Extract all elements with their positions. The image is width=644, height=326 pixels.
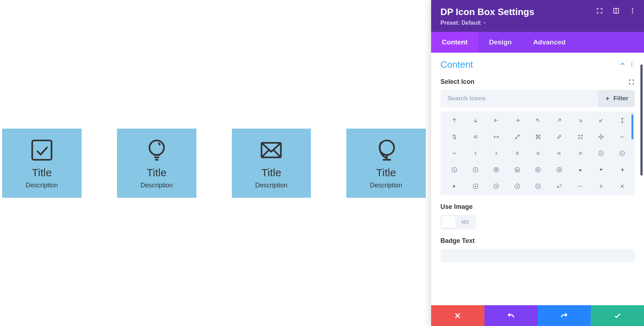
panel-body: Content Select Icon Filter [431,53,644,305]
svg-point-15 [473,167,478,172]
card-description: Description [370,182,402,189]
icon-undo[interactable] [550,182,569,190]
icon-arrows-vertical-alt[interactable] [445,133,464,141]
icon-circle-chevron-right[interactable] [467,166,485,174]
badge-text-label: Badge Text [440,237,475,245]
snap-icon[interactable] [613,7,620,14]
svg-point-13 [620,151,625,156]
lightbulb-icon [144,137,170,164]
icon-arrow-up-left[interactable] [529,116,547,124]
icon-chevron-right[interactable] [487,149,506,157]
panel-footer [431,305,644,326]
icon-swap-horiz[interactable] [467,133,485,141]
card-description: Description [26,182,58,189]
tab-content[interactable]: Content [431,32,478,53]
svg-point-7 [632,10,633,11]
toggle-knob [442,216,455,228]
icon-triangle-left[interactable] [613,166,631,174]
collapse-section-icon[interactable] [620,61,625,68]
svg-point-14 [452,167,457,172]
cancel-button[interactable] [431,305,484,326]
card-title: Title [262,167,282,179]
select-icon-label: Select Icon [440,78,474,86]
undo-button[interactable] [484,305,538,326]
card-title: Title [32,167,52,179]
chevron-down-icon [483,21,486,24]
toggle-value: NO [455,219,475,225]
icon-search-row: Filter [440,90,635,107]
icon-box-card: Title Description [117,129,196,198]
save-button[interactable] [591,305,644,326]
icon-compress-diag[interactable] [550,133,569,141]
card-title: Title [147,167,167,179]
icon-arrow-down-left[interactable] [592,116,610,124]
responsive-icon[interactable] [628,79,635,85]
icon-chevron-down[interactable] [445,149,464,157]
icon-arrow-down[interactable] [467,116,485,124]
icon-circle-chevron-down[interactable] [613,149,631,157]
icon-expand-out[interactable] [571,133,589,141]
preset-selector[interactable]: Preset: Default [440,20,635,26]
card-description: Description [255,182,287,189]
icon-circle-chevrons-down[interactable] [508,166,527,174]
check-box-icon [29,137,55,164]
badge-text-input[interactable] [440,249,635,263]
icon-circle-chevron-left[interactable] [445,166,464,174]
svg-point-1 [149,140,164,155]
panel-header: DP Icon Box Settings Preset: Default [431,0,644,32]
icon-chevrons-down[interactable] [529,149,547,157]
icon-chevrons-left[interactable] [550,149,569,157]
expand-icon[interactable] [596,7,603,14]
kebab-menu-icon[interactable] [629,7,636,14]
icon-triangle-right[interactable] [445,182,464,190]
icon-arrows-horiz[interactable] [487,133,506,141]
use-image-toggle[interactable]: NO [440,215,476,229]
icon-box-card: Title Description [232,129,311,198]
search-icons-input[interactable] [440,90,598,107]
svg-point-11 [631,65,633,66]
icon-arrow-left[interactable] [487,116,506,124]
icon-circle-triangle-right[interactable] [529,182,547,190]
icon-grid-scrollbar[interactable] [631,114,633,139]
icon-circle-chevrons-left[interactable] [529,166,547,174]
icon-chevron-left[interactable] [467,149,485,157]
svg-point-10 [631,63,633,64]
icon-close[interactable] [613,182,631,190]
icon-box-card: Title Description [2,129,82,198]
svg-point-9 [631,62,633,63]
preset-label: Preset: Default [440,20,481,26]
icon-arrow-down-right[interactable] [571,116,589,124]
icon-plus[interactable] [592,182,610,190]
icon-circle-chevrons-right[interactable] [550,166,569,174]
icon-arrows-vertical[interactable] [613,116,631,124]
icon-circle-triangle-left[interactable] [508,182,527,190]
svg-rect-0 [32,140,52,160]
icon-chevrons-up[interactable] [508,149,527,157]
icon-arrow-up-right[interactable] [550,116,569,124]
section-kebab-icon[interactable] [629,61,635,68]
icon-arrow-right[interactable] [508,116,527,124]
section-title[interactable]: Content [440,59,473,70]
icon-circle-chevrons-up[interactable] [487,166,506,174]
tab-design[interactable]: Design [478,32,522,53]
icon-circle-triangle-up[interactable] [467,182,485,190]
panel-tabs: Content Design Advanced [431,32,644,53]
icon-expand-full[interactable] [529,133,547,141]
icon-minus[interactable] [571,182,589,190]
preview-canvas: Title Description Title Description Titl… [0,0,426,326]
panel-scrollbar[interactable] [640,64,643,176]
icon-circle-chevron-up[interactable] [592,149,610,157]
filter-button[interactable]: Filter [598,90,635,107]
icon-chevrons-right[interactable] [571,149,589,157]
icon-triangle-up[interactable] [571,166,589,174]
icon-chevron-up[interactable] [613,133,631,141]
icon-arrow-up[interactable] [445,116,464,124]
icon-move[interactable] [592,133,610,141]
tab-advanced[interactable]: Advanced [522,32,576,53]
redo-button[interactable] [538,305,591,326]
envelope-icon [258,137,284,164]
card-description: Description [141,182,173,189]
icon-expand-diag[interactable] [508,133,527,141]
icon-triangle-down[interactable] [592,166,610,174]
icon-circle-triangle-down[interactable] [487,182,506,190]
